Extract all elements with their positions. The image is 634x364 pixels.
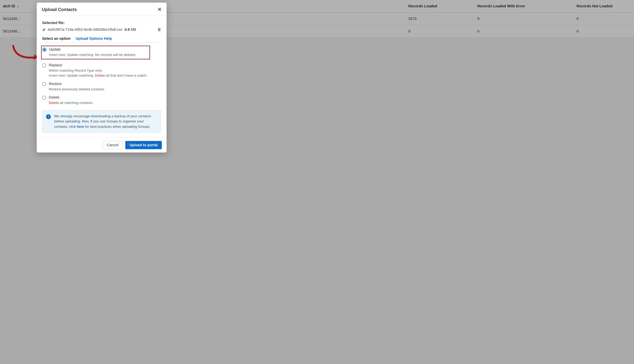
radio-update[interactable] bbox=[42, 48, 47, 52]
selected-file-name: 4e81997a-719a-4952-8e4b-0d928be1fbdf.csv bbox=[48, 28, 122, 32]
upload-contacts-modal: Upload Contacts Selected file: 4e81997a-… bbox=[37, 2, 167, 152]
info-icon: i bbox=[46, 114, 51, 119]
option-delete-desc: Delete all matching contacts. bbox=[49, 100, 161, 106]
option-update[interactable]: Update Insert new. Update matching. No r… bbox=[42, 47, 148, 57]
delete-file-button[interactable] bbox=[157, 28, 161, 32]
option-replace-title: Replace bbox=[49, 63, 161, 67]
cancel-button[interactable]: Cancel bbox=[103, 141, 123, 149]
option-restore[interactable]: Restore Restore previously deleted conta… bbox=[42, 82, 161, 92]
selected-file-label: Selected file: bbox=[42, 21, 161, 25]
info-here-link[interactable]: here bbox=[77, 125, 84, 128]
option-restore-desc: Restore previously deleted contacts. bbox=[49, 87, 161, 92]
info-text-tail: for best practices when uploading Groups… bbox=[84, 125, 150, 128]
radio-replace[interactable] bbox=[42, 64, 46, 68]
select-option-label: Select an option bbox=[42, 36, 71, 41]
info-callout: i We strongly encourage downloading a ba… bbox=[42, 110, 161, 133]
option-replace[interactable]: Replace Within matching Record Type only… bbox=[42, 63, 161, 78]
radio-delete[interactable] bbox=[42, 96, 46, 100]
option-restore-title: Restore bbox=[49, 82, 161, 86]
radio-restore[interactable] bbox=[42, 82, 46, 86]
option-delete[interactable]: Delete Delete all matching contacts. bbox=[42, 95, 161, 106]
option-update-title: Update bbox=[49, 47, 148, 52]
trash-icon bbox=[157, 28, 161, 32]
option-update-desc: Insert new. Update matching. No records … bbox=[49, 52, 148, 57]
upload-options-help-link[interactable]: Upload Options Help bbox=[76, 36, 112, 41]
upload-to-portal-button[interactable]: Upload to portal bbox=[125, 141, 162, 149]
close-icon bbox=[158, 8, 161, 11]
option-replace-desc: Within matching Record Type only: Insert… bbox=[49, 68, 161, 78]
modal-title: Upload Contacts bbox=[42, 7, 77, 12]
close-button[interactable] bbox=[158, 7, 161, 12]
selected-file-size: 0.9 MB bbox=[125, 28, 136, 32]
selected-file-row: 4e81997a-719a-4952-8e4b-0d928be1fbdf.csv… bbox=[42, 28, 161, 32]
paperclip-icon bbox=[42, 28, 46, 32]
option-delete-title: Delete bbox=[49, 95, 161, 100]
annotation-highlight: Update Insert new. Update matching. No r… bbox=[41, 46, 150, 60]
